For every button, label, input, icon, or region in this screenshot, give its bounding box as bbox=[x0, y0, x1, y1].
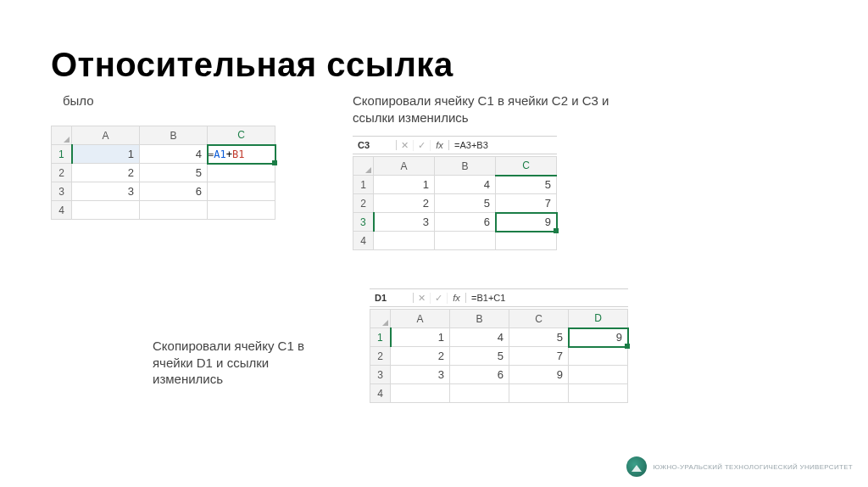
row-header-1: 1 bbox=[52, 145, 72, 164]
row-header-2: 2 bbox=[52, 164, 72, 182]
row-header-3: 3 bbox=[370, 366, 391, 384]
cell-b4 bbox=[450, 384, 509, 403]
row-header-2: 2 bbox=[353, 194, 374, 213]
fx-icon: fx bbox=[448, 293, 466, 303]
cell-b2: 5 bbox=[435, 194, 496, 213]
cancel-icon: ✕ bbox=[397, 140, 414, 151]
caption-was: было bbox=[63, 92, 94, 109]
cell-b2: 5 bbox=[450, 347, 509, 366]
cell-a1: 1 bbox=[374, 176, 435, 194]
ref-a1: A1 bbox=[214, 148, 225, 160]
col-header-d: D bbox=[569, 310, 628, 328]
slide-title: Относительная ссылка bbox=[51, 46, 453, 84]
cell-a2: 2 bbox=[391, 347, 450, 366]
cancel-icon: ✕ bbox=[414, 293, 431, 304]
cell-c2: 7 bbox=[496, 194, 557, 213]
cell-b3: 6 bbox=[435, 213, 496, 232]
row-header-1: 1 bbox=[353, 176, 374, 194]
cell-c1-formula: =A1+B1 bbox=[208, 145, 275, 164]
cell-b2: 5 bbox=[140, 164, 208, 182]
row-header-2: 2 bbox=[370, 347, 391, 366]
cell-b3: 6 bbox=[140, 182, 208, 201]
select-all-corner bbox=[370, 310, 391, 328]
ref-b1: B1 bbox=[232, 148, 244, 160]
university-logo-icon bbox=[626, 456, 647, 477]
col-header-c: C bbox=[509, 310, 569, 328]
cell-b3: 6 bbox=[450, 366, 509, 384]
formula-text-2: =A3+B3 bbox=[449, 140, 488, 150]
cell-d1: 9 bbox=[569, 328, 628, 347]
row-header-4: 4 bbox=[52, 201, 72, 220]
cell-a4 bbox=[72, 201, 140, 220]
cell-a4 bbox=[391, 384, 450, 403]
col-header-a: A bbox=[72, 126, 140, 145]
col-header-a: A bbox=[374, 157, 435, 176]
excel-example-1: A B C 1 1 4 =A1+B1 2 2 5 3 3 6 4 bbox=[51, 126, 275, 220]
enter-icon: ✓ bbox=[414, 140, 431, 151]
row-header-1: 1 bbox=[370, 328, 391, 347]
cell-c3 bbox=[208, 182, 275, 201]
cell-a2: 2 bbox=[374, 194, 435, 213]
cell-a1: 1 bbox=[72, 145, 140, 164]
university-label: ЮЖНО-УРАЛЬСКИЙ ТЕХНОЛОГИЧЕСКИЙ УНИВЕРСИТ… bbox=[654, 463, 853, 471]
cell-b1: 4 bbox=[140, 145, 208, 164]
formula-bar-3: D1 ✕ ✓ fx =B1+C1 bbox=[370, 288, 628, 307]
cell-c4 bbox=[509, 384, 569, 403]
cell-c3: 9 bbox=[509, 366, 569, 384]
select-all-corner bbox=[52, 126, 72, 145]
cell-d3 bbox=[569, 366, 628, 384]
cell-b1: 4 bbox=[435, 176, 496, 194]
cell-b4 bbox=[435, 232, 496, 250]
plus-sign: + bbox=[226, 148, 232, 160]
cell-a3: 3 bbox=[374, 213, 435, 232]
name-box-2: C3 bbox=[353, 140, 397, 150]
col-header-c: C bbox=[208, 126, 275, 145]
formula-text-3: =B1+C1 bbox=[466, 293, 505, 303]
row-header-3: 3 bbox=[353, 213, 374, 232]
cell-c1: 5 bbox=[509, 328, 569, 347]
cell-a1: 1 bbox=[391, 328, 450, 347]
grid-2: A B C 1 1 4 5 2 2 5 7 3 3 6 9 4 bbox=[353, 156, 557, 250]
fx-icon: fx bbox=[431, 140, 449, 150]
cell-a3: 3 bbox=[72, 182, 140, 201]
cell-c2: 7 bbox=[509, 347, 569, 366]
cell-a2: 2 bbox=[72, 164, 140, 182]
enter-icon: ✓ bbox=[431, 293, 448, 304]
excel-example-2: C3 ✕ ✓ fx =A3+B3 A B C 1 1 4 5 2 2 5 7 3… bbox=[353, 136, 557, 250]
caption-copied-d1: Скопировали ячейку С1 в ячейки D1 и ссыл… bbox=[153, 338, 331, 388]
cell-a4 bbox=[374, 232, 435, 250]
col-header-b: B bbox=[140, 126, 208, 145]
cell-c4 bbox=[496, 232, 557, 250]
cell-c3: 9 bbox=[496, 213, 557, 232]
row-header-4: 4 bbox=[370, 384, 391, 403]
name-box-3: D1 bbox=[370, 293, 414, 303]
cell-d4 bbox=[569, 384, 628, 403]
cell-b1: 4 bbox=[450, 328, 509, 347]
row-header-3: 3 bbox=[52, 182, 72, 201]
col-header-a: A bbox=[391, 310, 450, 328]
row-header-4: 4 bbox=[353, 232, 374, 250]
cell-c2 bbox=[208, 164, 275, 182]
footer: ЮЖНО-УРАЛЬСКИЙ ТЕХНОЛОГИЧЕСКИЙ УНИВЕРСИТ… bbox=[626, 456, 853, 477]
caption-copied-c2c3: Скопировали ячейку С1 в ячейки С2 и С3 и… bbox=[353, 92, 615, 126]
cell-a3: 3 bbox=[391, 366, 450, 384]
excel-example-3: D1 ✕ ✓ fx =B1+C1 A B C D 1 1 4 5 9 2 2 5… bbox=[370, 288, 628, 403]
cell-c4 bbox=[208, 201, 275, 220]
col-header-b: B bbox=[435, 157, 496, 176]
grid-3: A B C D 1 1 4 5 9 2 2 5 7 3 3 6 9 4 bbox=[370, 309, 628, 403]
cell-d2 bbox=[569, 347, 628, 366]
formula-bar-2: C3 ✕ ✓ fx =A3+B3 bbox=[353, 136, 557, 154]
select-all-corner bbox=[353, 157, 374, 176]
col-header-c: C bbox=[496, 157, 557, 176]
cell-b4 bbox=[140, 201, 208, 220]
grid-1: A B C 1 1 4 =A1+B1 2 2 5 3 3 6 4 bbox=[51, 126, 275, 220]
col-header-b: B bbox=[450, 310, 509, 328]
cell-c1: 5 bbox=[496, 176, 557, 194]
